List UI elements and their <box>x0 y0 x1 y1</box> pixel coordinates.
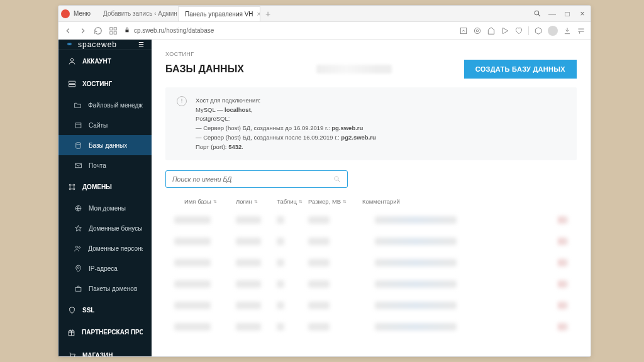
main-content: ХОСТИНГ БАЗЫ ДАННЫХ СОЗДАТЬ БАЗУ ДАННЫХ … <box>152 40 591 356</box>
info-line: — Сервер (host) БД, созданных до 16.09.2… <box>196 124 376 133</box>
tab-title: Панель управления VH <box>185 11 253 18</box>
sidebar-label: МАГАЗИН <box>82 352 113 357</box>
pin-icon <box>74 264 82 273</box>
sidebar-item-shop[interactable]: МАГАЗИН <box>58 344 152 356</box>
url-field[interactable]: cp.sweb.ru/hosting/database <box>124 27 453 35</box>
ext-icon[interactable] <box>501 26 509 35</box>
svg-point-6 <box>474 28 480 33</box>
sidebar-item-packages[interactable]: Пакеты доменов <box>58 278 152 299</box>
column-header-login[interactable]: Логин⇅ <box>236 198 277 205</box>
ext-icon[interactable] <box>487 26 496 35</box>
tab-title: Добавить запись ‹ Админ… <box>103 10 179 17</box>
page-title: БАЗЫ ДАННЫХ <box>165 63 244 75</box>
connection-info-box: ! Хост для подключения: MySQL — localhos… <box>165 87 577 160</box>
window-close-button[interactable]: × <box>575 7 589 21</box>
svg-point-16 <box>69 188 70 189</box>
browser-tabbar: Меню Добавить запись ‹ Админ… × Панель у… <box>58 6 591 22</box>
database-icon <box>74 141 82 150</box>
new-tab-button[interactable]: + <box>260 9 275 19</box>
sidebar-item-databases[interactable]: Базы данных <box>58 135 152 155</box>
sidebar-label: ДОМЕНЫ <box>82 184 112 190</box>
svg-point-8 <box>70 58 73 61</box>
shield-icon <box>67 305 76 314</box>
search-icon <box>333 175 341 183</box>
download-icon[interactable] <box>563 26 572 35</box>
mail-icon <box>74 161 82 170</box>
sidebar-item-persons[interactable]: Доменные персоны <box>58 238 152 258</box>
sidebar-label: Почта <box>89 162 106 169</box>
menu-icon[interactable] <box>577 26 586 35</box>
table-row[interactable] <box>165 256 577 269</box>
avatar-icon[interactable] <box>548 26 558 36</box>
gift-icon <box>67 328 75 337</box>
column-header-size[interactable]: Размер, МВ⇅ <box>308 198 362 205</box>
sidebar-label: Пакеты доменов <box>89 285 137 292</box>
svg-point-20 <box>79 246 80 248</box>
sidebar-item-hosting[interactable]: ХОСТИНГ <box>58 72 152 95</box>
column-header-tables[interactable]: Таблиц⇅ <box>277 198 308 205</box>
window-minimize-button[interactable]: — <box>545 7 559 21</box>
sidebar-label: Доменные персоны <box>88 245 143 252</box>
sidebar-label: Файловый менеджер <box>88 102 143 109</box>
brand-name: spaceweb <box>78 40 117 49</box>
sidebar-item-mydomains[interactable]: Мои домены <box>58 198 152 218</box>
info-line: PostgreSQL: <box>196 114 376 124</box>
star-icon <box>74 224 82 233</box>
table-row[interactable] <box>165 235 577 248</box>
back-button[interactable] <box>64 26 72 35</box>
sidebar-item-domains[interactable]: ДОМЕНЫ <box>58 175 152 198</box>
forward-button[interactable] <box>79 26 87 35</box>
window-maximize-button[interactable]: □ <box>560 7 574 21</box>
column-header-name[interactable]: Имя базы⇅ <box>165 198 236 205</box>
reload-button[interactable] <box>94 26 103 35</box>
svg-rect-9 <box>69 81 75 83</box>
table-row[interactable] <box>165 214 577 226</box>
sidebar-item-ssl[interactable]: SSL <box>58 299 152 321</box>
sort-icon: ⇅ <box>254 199 257 204</box>
browser-tab-active[interactable]: Панель управления VH × <box>179 6 260 21</box>
search-input[interactable] <box>172 175 333 183</box>
table-row[interactable] <box>165 278 577 290</box>
svg-rect-13 <box>75 163 81 168</box>
sidebar-item-bonuses[interactable]: Доменные бонусы <box>58 218 152 238</box>
sort-icon: ⇅ <box>343 199 346 204</box>
speeddial-icon[interactable] <box>109 26 118 35</box>
svg-rect-11 <box>75 123 81 128</box>
sidebar-item-partner[interactable]: ПАРТНЕРСКАЯ ПРОГРАММА <box>58 321 152 344</box>
url-text: cp.sweb.ru/hosting/database <box>134 27 214 34</box>
sidebar-label: ХОСТИНГ <box>82 80 112 87</box>
hamburger-icon[interactable]: ☰ <box>138 41 144 48</box>
info-line: Порт (port): 5432. <box>196 143 376 152</box>
user-icon <box>67 57 76 65</box>
svg-rect-5 <box>460 28 466 33</box>
cart-icon <box>67 351 76 356</box>
svg-point-15 <box>73 184 74 185</box>
svg-point-7 <box>476 30 479 32</box>
info-icon: ! <box>177 96 187 106</box>
sidebar-item-account[interactable]: АККАУНТ <box>58 50 152 72</box>
table-row[interactable] <box>165 299 577 312</box>
browser-addressbar: cp.sweb.ru/hosting/database <box>58 22 591 40</box>
ext-icon[interactable] <box>459 26 468 35</box>
search-icon[interactable] <box>530 7 544 21</box>
column-header-comment: Комментарий <box>362 198 419 205</box>
heart-icon[interactable] <box>514 26 523 35</box>
sidebar-label: АККАУНТ <box>82 58 111 65</box>
sidebar-item-sites[interactable]: Сайты <box>58 115 152 135</box>
sidebar-item-ip[interactable]: IP-адреса <box>58 258 152 278</box>
globe-icon <box>74 204 82 212</box>
domains-icon <box>67 182 76 191</box>
ext-icon[interactable] <box>473 26 482 35</box>
table-row[interactable] <box>165 321 577 333</box>
cube-icon[interactable] <box>534 26 543 35</box>
brand-logo-icon: ⚭ <box>66 40 73 49</box>
sidebar-item-mail[interactable]: Почта <box>58 155 152 175</box>
create-database-button[interactable]: СОЗДАТЬ БАЗУ ДАННЫХ <box>464 60 577 79</box>
persons-icon <box>74 244 82 253</box>
browser-menu-label[interactable]: Меню <box>74 10 91 17</box>
sidebar-item-filemanager[interactable]: Файловый менеджер <box>58 95 152 115</box>
info-line: Хост для подключения: <box>196 96 376 106</box>
browser-tab-inactive[interactable]: Добавить запись ‹ Админ… × <box>97 6 179 21</box>
search-box[interactable] <box>165 170 348 188</box>
sidebar-label: SSL <box>82 307 94 314</box>
